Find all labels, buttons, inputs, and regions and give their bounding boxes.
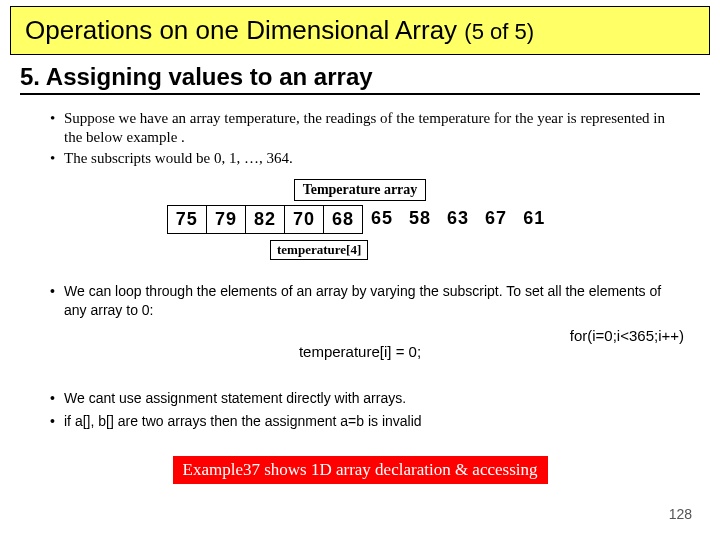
body-bullet-list: We can loop through the elements of an a… — [50, 282, 684, 321]
invalid-assign-text: if a[], b[] are two arrays then the assi… — [64, 412, 684, 432]
intro-bullet: Suppose we have an array temperature, th… — [50, 109, 684, 147]
section-heading: 5. Assigning values to an array — [20, 63, 700, 95]
title-main: Operations on one Dimensional Array — [25, 15, 464, 45]
array-cell: 70 — [284, 205, 324, 234]
array-cell: 79 — [206, 205, 246, 234]
slide-title-bar: Operations on one Dimensional Array (5 o… — [10, 6, 710, 55]
intro-bullet-list: Suppose we have an array temperature, th… — [50, 109, 684, 169]
for-loop-code: for(i=0;i<365;i++) — [570, 327, 684, 344]
array-cell: 58 — [401, 205, 439, 234]
array-cell: 67 — [477, 205, 515, 234]
body-bullet: if a[], b[] are two arrays then the assi… — [50, 412, 684, 432]
array-cell: 65 — [363, 205, 401, 234]
example-note: Example37 shows 1D array declaration & a… — [173, 456, 548, 484]
body-bullet: We can loop through the elements of an a… — [50, 282, 684, 321]
array-row: 75798270686558636761 — [0, 205, 720, 234]
body-bullet: We cant use assignment statement directl… — [50, 389, 684, 409]
array-caption: Temperature array — [294, 179, 427, 201]
array-cell: 61 — [515, 205, 553, 234]
array-cell: 75 — [167, 205, 207, 234]
array-index-label: temperature[4] — [270, 240, 368, 260]
array-cell: 68 — [323, 205, 363, 234]
page-number: 128 — [669, 506, 692, 522]
array-cell: 82 — [245, 205, 285, 234]
code-row: for(i=0;i<365;i++) temperature[i] = 0; — [0, 327, 720, 367]
title-sub: (5 of 5) — [464, 19, 534, 44]
intro-bullet: The subscripts would be 0, 1, …, 364. — [50, 149, 684, 168]
array-cell: 63 — [439, 205, 477, 234]
array-block: Temperature array 75798270686558636761 t… — [0, 179, 720, 260]
body-bullet-list-2: We cant use assignment statement directl… — [50, 389, 684, 432]
